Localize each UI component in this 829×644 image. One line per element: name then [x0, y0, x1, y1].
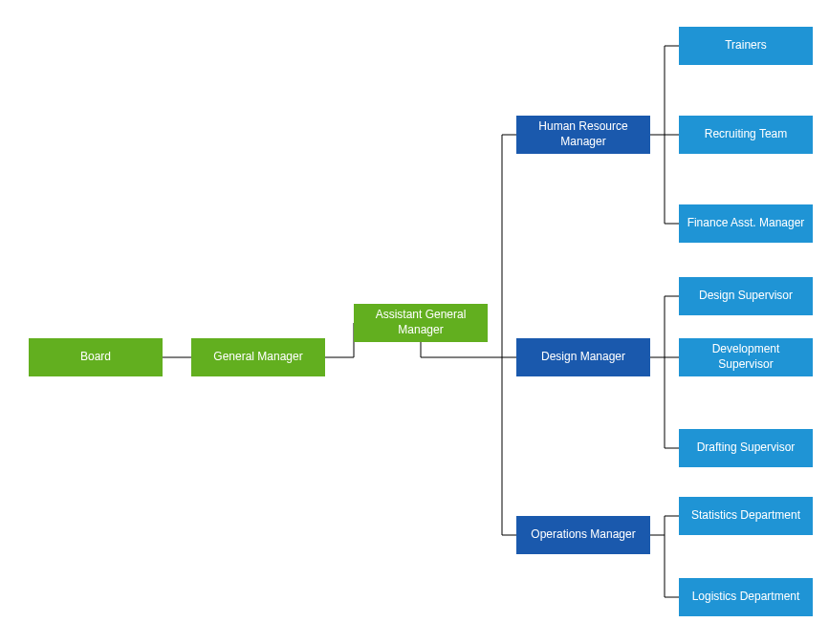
node-design-supervisor[interactable]: Design Supervisor — [679, 277, 813, 315]
node-development-supervisor[interactable]: Development Supervisor — [679, 338, 813, 376]
node-label: Assistant General Manager — [360, 308, 482, 337]
node-label: Human Resource Manager — [522, 119, 644, 149]
node-drafting-supervisor[interactable]: Drafting Supervisor — [679, 429, 813, 467]
node-hr-manager[interactable]: Human Resource Manager — [516, 116, 650, 154]
node-label: Logistics Department — [692, 590, 800, 605]
node-assistant-general-manager[interactable]: Assistant General Manager — [354, 304, 488, 342]
node-board[interactable]: Board — [29, 338, 163, 376]
node-statistics-department[interactable]: Statistics Department — [679, 497, 813, 535]
node-recruiting-team[interactable]: Recruiting Team — [679, 116, 813, 154]
node-label: Board — [80, 350, 111, 365]
node-label: Recruiting Team — [705, 127, 787, 142]
node-operations-manager[interactable]: Operations Manager — [516, 516, 650, 554]
node-label: Operations Manager — [531, 527, 635, 543]
node-label: General Manager — [213, 350, 302, 365]
node-general-manager[interactable]: General Manager — [191, 338, 325, 376]
node-label: Design Supervisor — [699, 289, 793, 304]
node-label: Statistics Department — [691, 508, 800, 524]
node-logistics-department[interactable]: Logistics Department — [679, 578, 813, 616]
node-label: Trainers — [725, 38, 767, 54]
node-finance-asst-manager[interactable]: Finance Asst. Manager — [679, 204, 813, 243]
node-label: Drafting Supervisor — [697, 440, 796, 456]
node-label: Design Manager — [541, 350, 625, 365]
node-label: Development Supervisor — [685, 342, 807, 372]
node-design-manager[interactable]: Design Manager — [516, 338, 650, 376]
node-trainers[interactable]: Trainers — [679, 27, 813, 65]
node-label: Finance Asst. Manager — [687, 216, 805, 231]
